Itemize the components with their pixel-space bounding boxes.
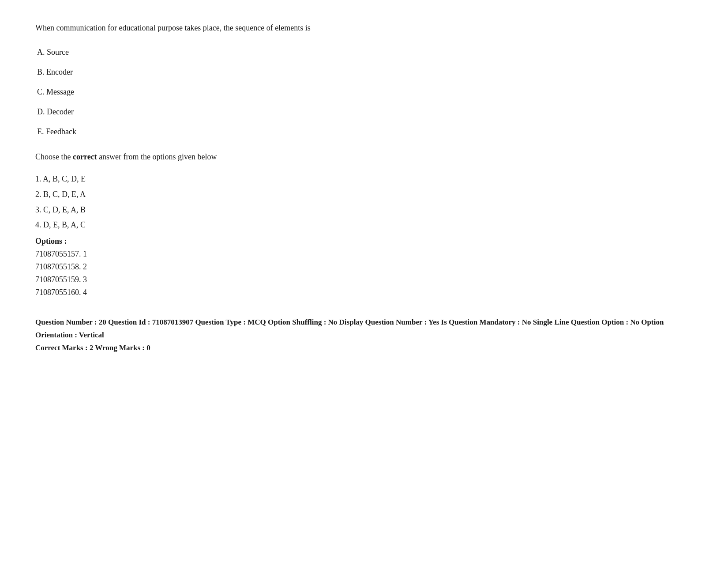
choose-instruction: Choose the correct answer from the optio…: [35, 151, 693, 163]
option-code-2: 71087055158. 2: [35, 261, 693, 273]
options-section: Options : 71087055157. 1 71087055158. 2 …: [35, 237, 693, 299]
option-code-4: 71087055160. 4: [35, 286, 693, 299]
option-c: C. Message: [35, 86, 693, 98]
question-text: When communication for educational purpo…: [35, 22, 693, 34]
answer-option-3: 3. C, D, E, A, B: [35, 204, 693, 216]
option-e: E. Feedback: [35, 126, 693, 138]
answer-option-1: 1. A, B, C, D, E: [35, 173, 693, 185]
metadata-line1: Question Number : 20 Question Id : 71087…: [35, 316, 693, 342]
option-d: D. Decoder: [35, 106, 693, 118]
answer-options-list: 1. A, B, C, D, E 2. B, C, D, E, A 3. C, …: [35, 173, 693, 231]
options-list: A. Source B. Encoder C. Message D. Decod…: [35, 46, 693, 138]
option-code-1: 71087055157. 1: [35, 248, 693, 261]
metadata-section: Question Number : 20 Question Id : 71087…: [35, 316, 693, 355]
options-label: Options :: [35, 237, 693, 246]
answer-option-2: 2. B, C, D, E, A: [35, 188, 693, 201]
question-container: When communication for educational purpo…: [35, 22, 693, 355]
metadata-line2: Correct Marks : 2 Wrong Marks : 0: [35, 342, 693, 355]
answer-option-4: 4. D, E, B, A, C: [35, 219, 693, 231]
option-a: A. Source: [35, 46, 693, 58]
option-b: B. Encoder: [35, 66, 693, 78]
option-code-3: 71087055159. 3: [35, 273, 693, 286]
